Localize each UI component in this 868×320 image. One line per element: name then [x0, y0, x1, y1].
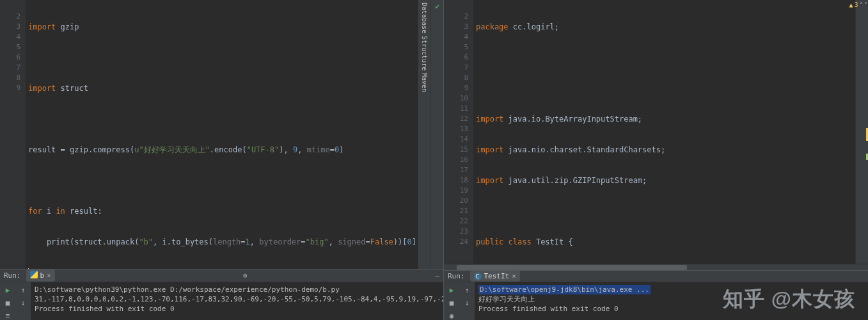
- sub-tools: ↑ ↓: [15, 282, 31, 320]
- prev-icon[interactable]: ˄: [860, 1, 863, 8]
- up-icon[interactable]: ↑: [462, 285, 472, 295]
- rerun-icon[interactable]: ▶: [3, 285, 13, 295]
- left-editor[interactable]: import gzip import struct result = gzip.…: [26, 0, 443, 269]
- gear-icon[interactable]: ⚙: [243, 271, 248, 280]
- scrollbar-thumb[interactable]: [457, 265, 687, 270]
- close-icon[interactable]: ×: [47, 271, 51, 280]
- run-tools: ▶ ■ ≡: [0, 282, 15, 320]
- rerun-icon[interactable]: ▶: [446, 285, 457, 295]
- close-icon[interactable]: ×: [512, 272, 516, 280]
- next-icon[interactable]: ˅: [864, 1, 867, 8]
- sub-tools: ↑ ↓: [459, 282, 475, 320]
- structure-tab[interactable]: Structure: [421, 36, 428, 70]
- run-label: Run:: [448, 272, 465, 280]
- right-editor[interactable]: package cc.logirl; import java.io.ByteAr…: [473, 0, 868, 264]
- stop-icon[interactable]: ■: [446, 298, 457, 308]
- right-console[interactable]: D:\software\openj9-jdk8\bin\java.exe ...…: [475, 282, 868, 320]
- left-run-panel: Run: b × ⚙ — ▶ ■ ≡ ↑ ↓ D:\software\pytho…: [0, 269, 443, 320]
- down-icon[interactable]: ↓: [18, 298, 28, 308]
- class-icon: [474, 272, 482, 280]
- stop-icon[interactable]: ■: [3, 298, 13, 308]
- right-gutter: 234567▶89▶101112131415161718192021222324: [444, 0, 473, 264]
- down-icon[interactable]: ↓: [462, 298, 472, 308]
- run-label: Run:: [4, 271, 21, 280]
- run-tab-b[interactable]: b ×: [26, 269, 55, 282]
- left-console[interactable]: D:\software\python39\python.exe D:/works…: [31, 282, 443, 320]
- run-tools: ▶ ■ ◉: [444, 282, 459, 320]
- warning-icon[interactable]: ▲: [849, 1, 853, 8]
- layout-icon[interactable]: ≡: [3, 310, 13, 320]
- left-gutter: 2 3 4 5 6 7 8 9: [0, 0, 26, 269]
- up-icon[interactable]: ↑: [18, 285, 28, 295]
- python-icon: [30, 271, 38, 280]
- database-tab[interactable]: Database: [421, 3, 428, 33]
- h-scrollbar[interactable]: [444, 264, 868, 270]
- left-status-bar: ✔: [430, 0, 443, 269]
- run-tab-testit[interactable]: TestIt ×: [470, 271, 520, 282]
- right-status-bar: ▲3 ˄ ˅ ⋮: [855, 0, 868, 264]
- minimize-icon[interactable]: —: [435, 271, 439, 280]
- check-icon: ✔: [435, 3, 439, 11]
- maven-tab[interactable]: Maven: [421, 73, 428, 92]
- camera-icon[interactable]: ◉: [446, 310, 457, 320]
- left-tools[interactable]: Database Structure Maven: [418, 0, 430, 269]
- right-run-panel: Run: TestIt × ▶ ■ ◉ ↑ ↓ D:\software\open…: [444, 270, 868, 320]
